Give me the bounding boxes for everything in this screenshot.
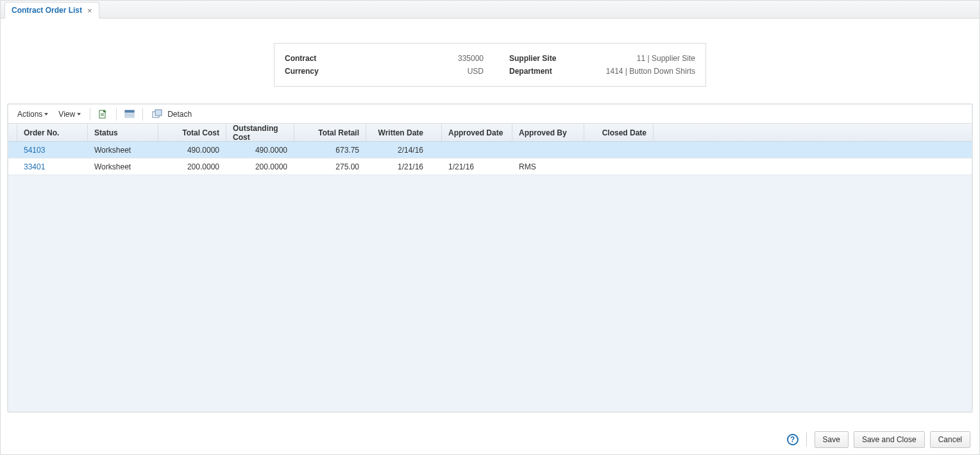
svg-rect-1 xyxy=(101,114,104,114)
toolbar-separator xyxy=(116,108,117,121)
page-root: Contract Order List × Contract 335000 Su… xyxy=(0,0,980,455)
row-handle xyxy=(8,159,17,175)
cell-closed xyxy=(584,159,654,175)
view-menu[interactable]: View xyxy=(53,107,86,121)
cell-status: Worksheet xyxy=(88,142,158,158)
chevron-down-icon xyxy=(44,113,48,116)
cell-totalcost: 200.0000 xyxy=(158,159,226,175)
info-department-value: 1414 | Button Down Shirts xyxy=(599,67,695,76)
info-supplier-site: Supplier Site 11 | Supplier Site xyxy=(509,54,695,63)
row-handle-header xyxy=(8,124,17,141)
cell-approved-by xyxy=(512,142,584,158)
cancel-button[interactable]: Cancel xyxy=(930,431,970,448)
col-orderno[interactable]: Order No. xyxy=(17,124,88,141)
info-supplier-site-label: Supplier Site xyxy=(509,54,599,63)
order-link[interactable]: 54103 xyxy=(24,146,45,155)
grid-header: Order No. Status Total Cost Outstanding … xyxy=(8,124,972,142)
grid-body: 54103Worksheet490.0000490.0000673.752/14… xyxy=(8,142,972,411)
help-icon[interactable]: ? xyxy=(787,434,798,445)
info-department-label: Department xyxy=(509,67,599,76)
chevron-down-icon xyxy=(77,113,81,116)
svg-rect-3 xyxy=(125,110,134,112)
row-handle xyxy=(8,142,17,158)
tab-label: Contract Order List xyxy=(12,6,82,15)
cell-approved-date xyxy=(442,142,512,158)
order-link[interactable]: 33401 xyxy=(24,162,45,171)
col-approved-by[interactable]: Approved By xyxy=(512,124,584,141)
svg-rect-5 xyxy=(125,116,134,117)
actions-menu[interactable]: Actions xyxy=(12,107,53,121)
orders-panel: Actions View xyxy=(7,103,973,413)
contract-info-box: Contract 335000 Supplier Site 11 | Suppl… xyxy=(274,43,706,87)
tab-bar: Contract Order List × xyxy=(1,1,979,19)
info-currency-label: Currency xyxy=(285,67,355,76)
detach-label: Detach xyxy=(167,110,192,119)
col-totalcost[interactable]: Total Cost xyxy=(158,124,226,141)
view-menu-label: View xyxy=(58,110,75,119)
info-department: Department 1414 | Button Down Shirts xyxy=(509,67,695,76)
tab-contract-order-list[interactable]: Contract Order List × xyxy=(4,2,99,19)
save-and-close-button[interactable]: Save and Close xyxy=(854,431,925,448)
cell-closed xyxy=(584,142,654,158)
col-approved-date[interactable]: Approved Date xyxy=(442,124,512,141)
info-contract: Contract 335000 xyxy=(285,54,484,63)
table-toolbar: Actions View xyxy=(8,105,972,124)
cell-outcost: 200.0000 xyxy=(226,159,294,175)
cell-orderno[interactable]: 54103 xyxy=(17,142,88,158)
cell-outcost: 490.0000 xyxy=(226,142,294,158)
cell-status: Worksheet xyxy=(88,159,158,175)
info-contract-value: 335000 xyxy=(355,54,484,63)
svg-rect-4 xyxy=(125,113,134,115)
cell-totalretail: 673.75 xyxy=(294,142,366,158)
content-area: Contract 335000 Supplier Site 11 | Suppl… xyxy=(1,43,979,419)
cell-approved-date: 1/21/16 xyxy=(442,159,512,175)
cell-totalcost: 490.0000 xyxy=(158,142,226,158)
col-closed[interactable]: Closed Date xyxy=(584,124,654,141)
save-button[interactable]: Save xyxy=(815,431,849,448)
cell-totalretail: 275.00 xyxy=(294,159,366,175)
query-by-example-icon[interactable] xyxy=(123,108,136,121)
col-outcost[interactable]: Outstanding Cost xyxy=(226,124,294,141)
table-row[interactable]: 33401Worksheet200.0000200.0000275.001/21… xyxy=(8,159,972,175)
info-row-2: Currency USD Department 1414 | Button Do… xyxy=(285,67,695,76)
info-currency-value: USD xyxy=(355,67,484,76)
footer-actions: ? Save Save and Close Cancel xyxy=(787,431,970,448)
col-status[interactable]: Status xyxy=(88,124,158,141)
info-currency: Currency USD xyxy=(285,67,484,76)
cell-written: 1/21/16 xyxy=(366,159,442,175)
info-contract-label: Contract xyxy=(285,54,355,63)
footer-separator xyxy=(806,433,807,447)
detach-icon xyxy=(151,108,164,121)
cell-written: 2/14/16 xyxy=(366,142,442,158)
cell-approved-by: RMS xyxy=(512,159,584,175)
toolbar-separator xyxy=(90,108,90,121)
col-totalretail[interactable]: Total Retail xyxy=(294,124,366,141)
info-supplier-site-value: 11 | Supplier Site xyxy=(599,54,695,63)
info-row-1: Contract 335000 Supplier Site 11 | Suppl… xyxy=(285,54,695,63)
actions-menu-label: Actions xyxy=(17,110,42,119)
export-icon[interactable] xyxy=(97,108,110,121)
close-icon[interactable]: × xyxy=(87,6,92,15)
toolbar-separator xyxy=(142,108,143,121)
col-written[interactable]: Written Date xyxy=(366,124,442,141)
detach-button[interactable]: Detach xyxy=(147,105,196,123)
svg-rect-7 xyxy=(155,110,162,116)
svg-rect-2 xyxy=(101,115,104,116)
table-row[interactable]: 54103Worksheet490.0000490.0000673.752/14… xyxy=(8,142,972,159)
cell-orderno[interactable]: 33401 xyxy=(17,159,88,175)
